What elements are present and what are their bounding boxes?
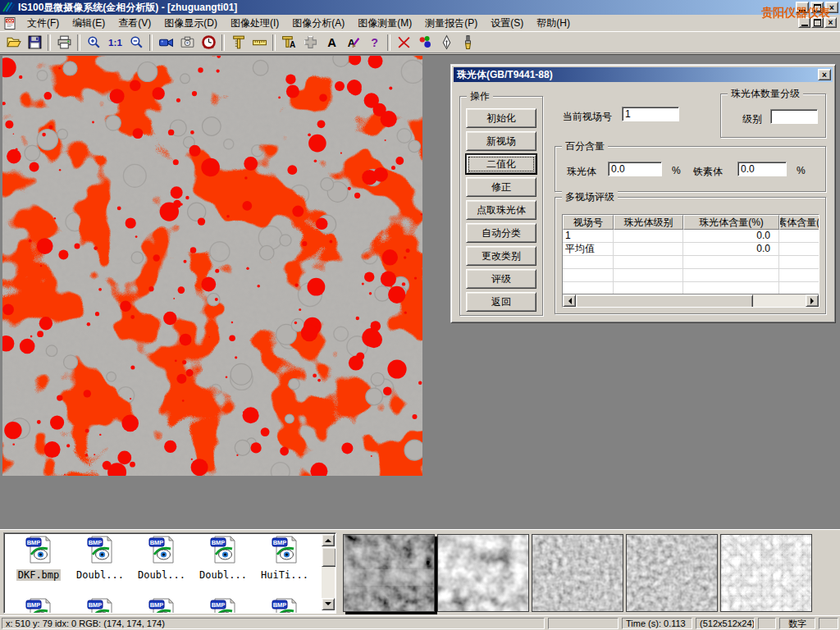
multiview-row-3[interactable] — [563, 256, 819, 269]
caliper-button[interactable] — [227, 33, 249, 52]
mdi-minimize-button[interactable] — [798, 17, 810, 28]
photo-camera-button[interactable] — [176, 33, 198, 52]
scroll-up-button[interactable] — [322, 534, 335, 546]
close-button[interactable]: × — [825, 2, 838, 13]
specimen-image[interactable] — [2, 56, 422, 476]
timer-button[interactable] — [198, 33, 219, 52]
menu-item-10[interactable]: 帮助(H) — [530, 15, 577, 32]
print-button[interactable] — [53, 33, 75, 52]
dialog-close-button[interactable]: × — [818, 69, 831, 80]
file-item-row2-5[interactable]: BMP — [255, 598, 314, 614]
document-icon[interactable]: DOC — [3, 16, 17, 30]
phase-colors-button[interactable] — [414, 33, 436, 52]
restore-icon — [814, 4, 821, 11]
file-item-row2-1[interactable]: BMP — [9, 598, 68, 614]
file-item-row2-2[interactable]: BMP — [71, 598, 130, 614]
zoom-in-button[interactable] — [83, 33, 104, 52]
file-name: Doubl... — [136, 569, 187, 581]
file-item-2[interactable]: BMP Doubl... — [71, 536, 130, 582]
operation-button-2[interactable]: 新视场 — [466, 131, 536, 151]
column-header-2: 珠光体级别 — [614, 215, 683, 230]
menu-item-5[interactable]: 图像处理(I) — [224, 15, 285, 32]
measure-text-button[interactable]: A — [278, 33, 299, 52]
current-view-input[interactable] — [622, 107, 679, 121]
scroll-left-button[interactable] — [563, 294, 576, 307]
mdi-restore-button[interactable] — [811, 17, 824, 28]
file-item-3[interactable]: BMP Doubl... — [132, 536, 191, 582]
menu-item-3[interactable]: 查看(V) — [112, 15, 158, 32]
operation-button-8[interactable]: 评级 — [466, 269, 536, 289]
mdi-close-button[interactable]: × — [824, 17, 837, 28]
operation-button-3[interactable]: 二值化 — [466, 154, 536, 174]
cell: 平均值 — [563, 243, 614, 256]
svg-text:BMP: BMP — [150, 601, 164, 609]
toolbar: 1:1AAA? — [0, 31, 840, 53]
bmp-file-icon: BMP — [148, 552, 176, 566]
phase-colors-icon — [418, 34, 433, 50]
dialog-title-bar[interactable]: 珠光体(GB/T9441-88) × — [454, 67, 833, 82]
cell — [563, 269, 614, 282]
operation-button-5[interactable]: 点取珠光体 — [466, 200, 536, 220]
help-button[interactable]: ? — [363, 33, 385, 52]
multiview-row-4[interactable] — [563, 269, 819, 282]
menu-item-4[interactable]: 图像显示(D) — [158, 15, 224, 32]
grade-level-input[interactable] — [770, 109, 818, 124]
zoom-out-button[interactable] — [126, 33, 147, 52]
thumbnail-1[interactable] — [343, 534, 435, 612]
status-time: Time (s): 0.113 — [622, 618, 692, 629]
thumbnail-4[interactable] — [626, 534, 718, 612]
file-item-row2-3[interactable]: BMP — [132, 598, 191, 614]
thumbnail-3[interactable] — [532, 534, 623, 612]
video-camera-button[interactable] — [155, 33, 176, 52]
calibration-curve-button[interactable] — [393, 33, 414, 52]
cell: 0.0 — [683, 230, 779, 243]
file-item-row2-4[interactable]: BMP — [194, 598, 253, 614]
file-name: HuiTi... — [259, 569, 310, 581]
operation-button-9[interactable]: 返回 — [466, 292, 536, 312]
operation-button-7[interactable]: 更改类别 — [466, 246, 536, 266]
menu-item-1[interactable]: 文件(F) — [21, 15, 66, 32]
menu-item-9[interactable]: 设置(S) — [484, 15, 530, 32]
multiview-row-1[interactable]: 10.0 — [563, 230, 819, 243]
actual-size-button[interactable]: 1:1 — [104, 33, 126, 52]
multiview-row-2[interactable]: 平均值0.0 — [563, 243, 819, 256]
file-item-4[interactable]: BMP Doubl... — [194, 536, 253, 582]
thumbnail-5[interactable] — [720, 534, 812, 612]
file-list-scrollbar[interactable] — [322, 534, 335, 610]
file-item-5[interactable]: BMP HuiTi... — [255, 536, 314, 582]
save-button[interactable] — [24, 33, 45, 52]
svg-text:1:1: 1:1 — [108, 37, 122, 48]
thumbnail-2[interactable] — [437, 534, 529, 612]
scroll-down-button[interactable] — [322, 598, 335, 610]
multiview-group: 多视场评级 视场号珠光体级别珠光体含量(%)铁素体含量(%) 10.0平均值0.… — [555, 197, 826, 314]
text-button[interactable]: A — [321, 33, 342, 52]
grid-cross-button[interactable] — [299, 33, 321, 52]
arrow-up-icon — [325, 536, 331, 542]
svg-text:?: ? — [371, 36, 378, 49]
video-camera-icon — [158, 34, 174, 50]
scrollbar-thumb[interactable] — [576, 294, 753, 308]
menu-item-8[interactable]: 测量报告(P) — [418, 15, 484, 32]
arrow-down-icon — [325, 602, 331, 609]
menu-item-7[interactable]: 图像测量(M) — [351, 15, 418, 32]
pen-button[interactable] — [436, 33, 457, 52]
ruler-button[interactable] — [249, 33, 270, 52]
file-item-1[interactable]: BMP DKF.bmp — [9, 536, 68, 582]
restore-button[interactable] — [810, 2, 824, 13]
cell — [683, 256, 779, 269]
operation-button-4[interactable]: 修正 — [466, 177, 536, 197]
minimize-button[interactable] — [796, 2, 809, 13]
pearlite-percent-input[interactable] — [608, 162, 662, 176]
scrollbar-thumb[interactable] — [322, 547, 336, 567]
table-hscrollbar[interactable] — [563, 294, 819, 307]
scroll-right-button[interactable] — [806, 294, 819, 307]
brush-button[interactable] — [457, 33, 478, 52]
open-button[interactable] — [2, 33, 24, 52]
menu-item-6[interactable]: 图像分析(A) — [285, 15, 351, 32]
operation-button-6[interactable]: 自动分类 — [466, 223, 536, 243]
menu-item-2[interactable]: 编辑(E) — [66, 15, 112, 32]
ferrite-percent-input[interactable] — [737, 162, 787, 176]
operation-button-1[interactable]: 初始化 — [466, 108, 536, 128]
status-empty-3 — [819, 618, 838, 629]
annotate-button[interactable]: A — [342, 33, 363, 52]
